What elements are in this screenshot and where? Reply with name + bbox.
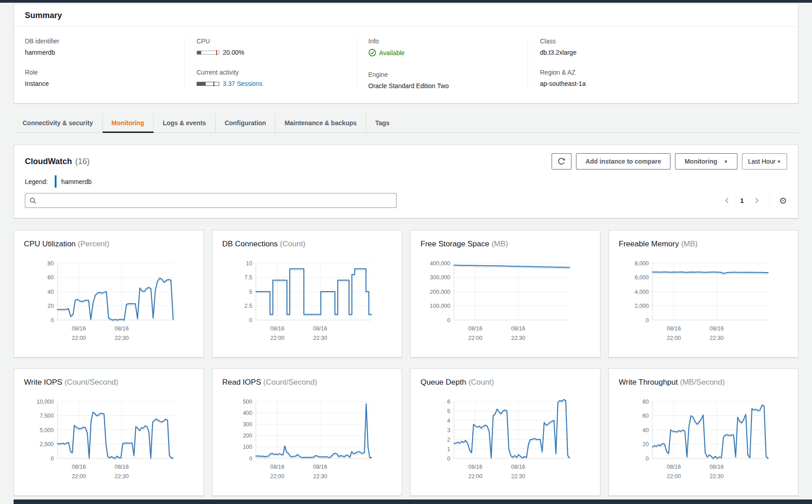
cloudwatch-count: (16) [75, 157, 90, 166]
chart-title: CPU Utilization [24, 240, 76, 248]
svg-text:60: 60 [47, 274, 54, 281]
add-instance-to-compare-button[interactable]: Add instance to compare [576, 153, 670, 170]
cpu-label: CPU [197, 38, 356, 45]
time-range-label: Last Hour [748, 158, 775, 165]
svg-text:80: 80 [47, 260, 54, 267]
class-value: db.t3.2xlarge [540, 49, 787, 56]
tab-logs-events[interactable]: Logs & events [154, 113, 216, 133]
chart-card-write-throughput: Write Throughput (MB/Second) 02040608008… [609, 368, 799, 496]
next-page-button[interactable] [753, 197, 760, 204]
svg-text:22:30: 22:30 [709, 473, 723, 480]
svg-text:08/16: 08/16 [72, 464, 86, 470]
svg-text:22:00: 22:00 [270, 473, 284, 480]
chart-card-cpu-utilization: CPU Utilization (Percent) 02040608008/16… [14, 230, 204, 358]
sessions-link[interactable]: 3.37 Sessions [223, 80, 263, 87]
svg-text:60: 60 [642, 413, 649, 419]
svg-text:0: 0 [646, 317, 649, 324]
chart-card-freeable-memory: Freeable Memory (MB) 02,0004,0006,0008,0… [609, 230, 799, 358]
check-circle-icon [368, 49, 376, 57]
tab-connectivity-security[interactable]: Connectivity & security [14, 113, 103, 133]
cpu-utilization-chart: 02040608008/1622:0008/1622:30 [24, 258, 176, 349]
metric-search-box[interactable] [25, 193, 397, 208]
svg-text:6: 6 [447, 399, 450, 405]
freeable-memory-chart: 02,0004,0006,0008,00008/1622:0008/1622:3… [619, 258, 771, 349]
svg-text:08/16: 08/16 [72, 325, 86, 332]
svg-text:0: 0 [249, 317, 252, 324]
previous-page-button[interactable] [723, 197, 731, 204]
svg-text:5: 5 [447, 408, 450, 415]
svg-text:22:00: 22:00 [666, 335, 680, 341]
current-page-number[interactable]: 1 [740, 197, 744, 204]
summary-column-identity: DB identifier hammerdb Role Instance [25, 38, 184, 89]
svg-text:0: 0 [51, 317, 54, 324]
time-range-dropdown-button[interactable]: Last Hour ▼ [742, 153, 787, 170]
chart-card-queue-depth: Queue Depth (Count) 012345608/1622:0008/… [410, 368, 600, 496]
tab-tags[interactable]: Tags [366, 113, 399, 133]
svg-text:4: 4 [447, 418, 450, 424]
cloudwatch-title: CloudWatch [25, 157, 72, 166]
svg-text:08/16: 08/16 [270, 464, 284, 470]
svg-text:08/16: 08/16 [666, 325, 680, 332]
svg-text:5: 5 [249, 289, 252, 295]
chart-unit: (Count) [468, 378, 494, 386]
chart-unit: (Count/Second) [64, 378, 118, 386]
summary-title: Summary [25, 11, 787, 20]
chevron-down-icon: ▼ [777, 159, 781, 164]
chart-card-read-iops: Read IOPS (Count/Second) 010020030040050… [212, 368, 402, 496]
svg-text:5,000: 5,000 [40, 427, 54, 433]
svg-text:10: 10 [246, 260, 252, 267]
svg-text:08/16: 08/16 [666, 464, 680, 470]
refresh-button[interactable] [552, 153, 571, 170]
svg-text:08/16: 08/16 [709, 325, 723, 332]
svg-text:2,500: 2,500 [40, 441, 54, 447]
svg-text:0: 0 [646, 456, 649, 462]
svg-text:20: 20 [642, 441, 649, 447]
svg-text:22:30: 22:30 [114, 473, 128, 480]
svg-text:400,000: 400,000 [430, 260, 450, 267]
summary-panel: Summary DB identifier hammerdb Role Inst… [14, 4, 798, 104]
svg-text:22:00: 22:00 [72, 473, 86, 480]
chart-card-write-iops: Write IOPS (Count/Second) 02,5005,0007,5… [14, 368, 204, 496]
chart-title: Write IOPS [24, 378, 62, 386]
svg-text:08/16: 08/16 [468, 325, 482, 332]
cpu-value: 20.00% [223, 49, 244, 56]
svg-text:1: 1 [447, 446, 450, 452]
current-activity-label: Current activity [197, 69, 356, 76]
svg-text:100,000: 100,000 [430, 303, 450, 309]
tab-maintenance-backups[interactable]: Maintenance & backups [275, 113, 366, 133]
svg-text:300: 300 [243, 421, 252, 428]
svg-text:0: 0 [447, 317, 450, 324]
engine-label: Engine [368, 71, 528, 78]
svg-text:08/16: 08/16 [511, 325, 525, 332]
svg-text:22:00: 22:00 [468, 473, 482, 480]
tab-configuration[interactable]: Configuration [216, 113, 276, 133]
chart-title: Freeable Memory [619, 240, 679, 248]
write-throughput-chart: 02040608008/1622:0008/1622:30 [619, 396, 771, 487]
cpu-threshold-mark [216, 50, 217, 55]
free-storage-space-chart: 0100,000200,000300,000400,00008/1622:000… [420, 258, 572, 349]
queue-depth-chart: 012345608/1622:0008/1622:30 [420, 396, 572, 487]
rds-monitoring-page: Summary DB identifier hammerdb Role Inst… [0, 0, 812, 504]
chart-unit: (Count) [280, 240, 306, 248]
tab-monitoring[interactable]: Monitoring [103, 113, 154, 133]
current-activity-mark [213, 81, 214, 86]
svg-text:6,000: 6,000 [634, 274, 648, 281]
svg-text:22:00: 22:00 [270, 335, 284, 341]
svg-text:08/16: 08/16 [313, 464, 327, 470]
monitoring-dropdown-button[interactable]: Monitoring ▼ [675, 153, 737, 170]
legend-color-bar [55, 175, 57, 188]
status-badge: Available [379, 49, 405, 57]
gear-icon[interactable]: ⚙ [779, 196, 787, 205]
pagination: 1 ⚙ [723, 195, 787, 207]
engine-value: Oracle Standard Edition Two [368, 82, 528, 89]
chart-card-db-connections: DB Connections (Count) 02.557.51008/1622… [212, 230, 402, 358]
current-activity-progress-bar [197, 82, 219, 86]
svg-text:2,000: 2,000 [634, 303, 648, 309]
pager-divider [770, 195, 770, 207]
chart-unit: (MB/Second) [680, 378, 725, 386]
svg-text:08/16: 08/16 [313, 325, 327, 332]
search-input[interactable] [40, 197, 392, 205]
svg-text:0: 0 [51, 456, 54, 462]
summary-column-status: Info Available Engine Oracle Standard Ed… [356, 38, 528, 89]
svg-text:100: 100 [243, 444, 252, 450]
